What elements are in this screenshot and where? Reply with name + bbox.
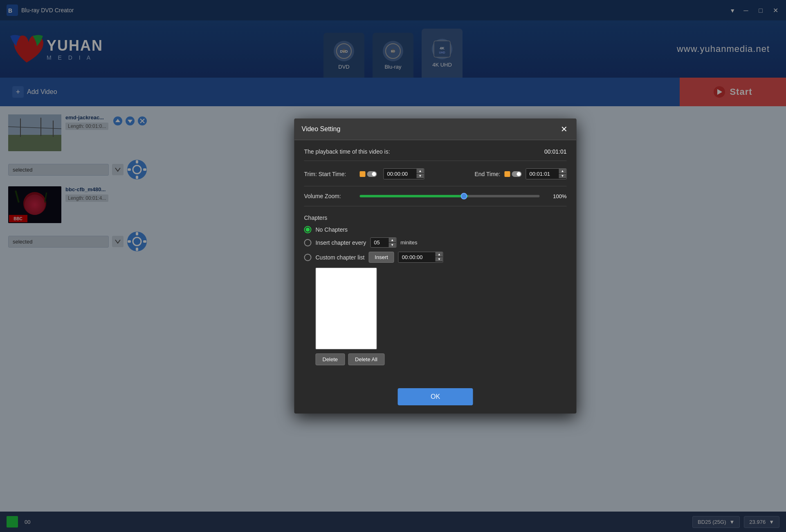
custom-chapter-time-field[interactable]: [399, 252, 436, 262]
custom-chapter-label: Custom chapter list: [316, 254, 365, 261]
start-time-down[interactable]: ▼: [417, 174, 424, 178]
playback-info: The playback time of this video is: 00:0…: [304, 148, 567, 161]
video-setting-dialog: Video Setting ✕ The playback time of thi…: [294, 118, 577, 414]
insert-chapter-radio[interactable]: [304, 239, 312, 246]
chapters-radio-group: No Chapters Insert chapter every ▲ ▼: [304, 226, 567, 263]
volume-label: Volume Zoom:: [304, 193, 353, 199]
chapter-actions: Delete Delete All: [316, 353, 567, 365]
chapter-list-box: [316, 268, 377, 349]
end-time-down[interactable]: ▼: [559, 174, 566, 178]
custom-time-up[interactable]: ▲: [436, 252, 443, 257]
chapters-title: Chapters: [304, 215, 567, 221]
end-time-section: End Time: ▲ ▼: [431, 168, 567, 179]
end-time-label: End Time:: [474, 171, 500, 177]
end-time-up[interactable]: ▲: [559, 169, 566, 173]
end-time-field[interactable]: [526, 169, 559, 179]
end-time-spinners: ▲ ▼: [559, 169, 566, 179]
ok-button[interactable]: OK: [398, 388, 473, 405]
app-window: B Blu-ray DVD Creator ▼ ─ □ ✕ YUHAN M E …: [0, 0, 786, 532]
volume-thumb[interactable]: [461, 193, 467, 199]
delete-all-chapters-button[interactable]: Delete All: [348, 353, 384, 365]
custom-time-spinners: ▲ ▼: [436, 252, 443, 262]
minutes-label: minites: [400, 239, 417, 246]
end-time-input[interactable]: ▲ ▼: [526, 168, 567, 179]
volume-row: Volume Zoom: 100%: [304, 193, 567, 206]
toggle-gray-end[interactable]: [512, 171, 522, 177]
playback-time: 00:01:01: [544, 148, 567, 155]
dialog-close-button[interactable]: ✕: [559, 124, 569, 134]
dialog-body: The playback time of this video is: 00:0…: [294, 140, 577, 380]
no-chapters-radio[interactable]: [304, 226, 312, 233]
trim-start-label: Trim: Start Time:: [304, 171, 353, 177]
custom-chapter-radio[interactable]: [304, 254, 312, 261]
volume-slider[interactable]: [360, 195, 540, 197]
start-time-spinners: ▲ ▼: [417, 169, 424, 179]
chapters-section: Chapters No Chapters Insert chapter ever…: [304, 215, 567, 365]
custom-chapter-time-input[interactable]: ▲ ▼: [398, 252, 443, 263]
dialog-title: Video Setting: [302, 125, 341, 133]
custom-chapter-option[interactable]: Custom chapter list Insert ▲ ▼: [304, 252, 567, 263]
chapter-list-area: Delete Delete All: [316, 268, 567, 365]
volume-track: [360, 195, 540, 197]
start-time-toggle[interactable]: [360, 171, 377, 177]
no-chapters-label: No Chapters: [316, 226, 348, 233]
chapter-minutes-spinners: ▲ ▼: [389, 238, 396, 247]
trim-row: Trim: Start Time: ▲ ▼ End Time:: [304, 168, 567, 186]
start-time-field[interactable]: [384, 169, 417, 179]
volume-percent: 100%: [546, 193, 567, 199]
dialog-title-bar: Video Setting ✕: [294, 118, 577, 140]
toggle-gray-switch[interactable]: [367, 171, 377, 177]
chapter-minutes-down[interactable]: ▼: [389, 243, 396, 247]
insert-chapter-option[interactable]: Insert chapter every ▲ ▼ minites: [304, 237, 567, 248]
chapter-minutes-input[interactable]: ▲ ▼: [370, 237, 396, 248]
playback-label: The playback time of this video is:: [304, 148, 390, 155]
no-chapters-option[interactable]: No Chapters: [304, 226, 567, 233]
toggle-orange-end: [505, 171, 510, 177]
chapter-minutes-field[interactable]: [371, 238, 389, 247]
delete-chapter-button[interactable]: Delete: [316, 353, 345, 365]
insert-chapter-label: Insert chapter every: [316, 239, 366, 246]
start-time-up[interactable]: ▲: [417, 169, 424, 173]
custom-time-down[interactable]: ▼: [436, 257, 443, 262]
toggle-orange-indicator: [360, 171, 366, 177]
end-time-toggle[interactable]: [505, 171, 522, 177]
dialog-footer: OK: [294, 380, 577, 414]
start-time-input[interactable]: ▲ ▼: [384, 168, 424, 179]
chapter-minutes-up[interactable]: ▲: [389, 238, 396, 242]
insert-chapter-button[interactable]: Insert: [368, 252, 394, 263]
